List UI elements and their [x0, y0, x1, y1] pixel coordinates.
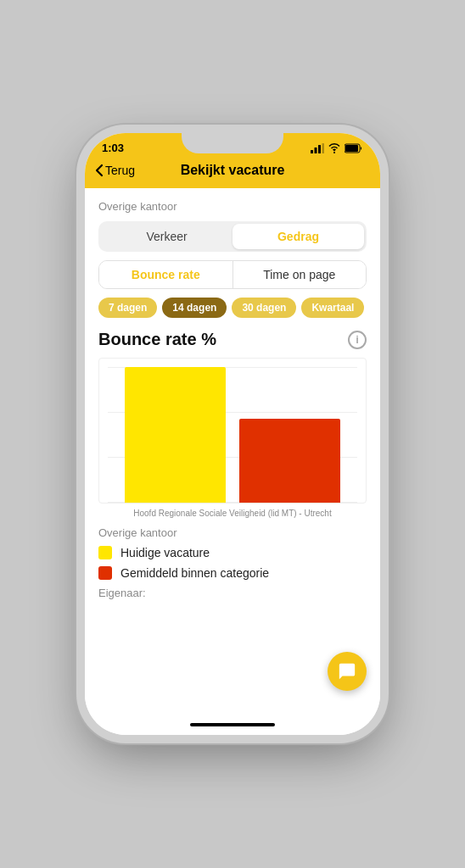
svg-rect-0 — [311, 150, 313, 153]
svg-rect-1 — [315, 147, 317, 153]
chart-title: Bounce rate % — [98, 330, 216, 349]
chart-grid — [108, 367, 357, 503]
legend-dot-yellow — [98, 546, 112, 559]
pill-14dagen[interactable]: 14 dagen — [162, 298, 227, 318]
signal-icon — [311, 143, 324, 153]
sub-tab-bounce-rate[interactable]: Bounce rate — [99, 261, 233, 288]
chart-title-row: Bounce rate % i — [98, 330, 367, 349]
sub-tab-time-on-page[interactable]: Time on page — [233, 261, 367, 288]
status-time: 1:03 — [102, 142, 124, 154]
svg-rect-3 — [322, 143, 325, 153]
legend-item-huidige: Huidige vacature — [98, 546, 367, 559]
section-label: Overige kantoor — [98, 200, 367, 213]
legend-section: Overige kantoor Huidige vacature Gemidde… — [98, 526, 367, 580]
svg-point-4 — [333, 152, 335, 153]
info-button[interactable]: i — [348, 331, 367, 349]
bottom-owner-label: Eigenaar: — [98, 587, 367, 599]
nav-bar: Terug Bekijkt vacature — [85, 158, 380, 188]
back-button[interactable]: Terug — [95, 164, 135, 177]
legend-label-huidige: Huidige vacature — [120, 546, 210, 559]
sub-tabs: Bounce rate Time on page — [98, 260, 367, 289]
bars-wrapper — [108, 367, 357, 503]
period-pills: 7 dagen 14 dagen 30 dagen Kwartaal — [98, 298, 367, 318]
chart-section: Bounce rate % i Hoofd Re — [98, 330, 367, 518]
pill-kwartaal[interactable]: Kwartaal — [301, 298, 364, 318]
wifi-icon — [328, 143, 341, 153]
svg-rect-2 — [318, 145, 321, 153]
svg-rect-6 — [345, 145, 358, 152]
legend-dot-red — [98, 566, 112, 580]
back-label: Terug — [105, 164, 135, 177]
chart-subtitle: Hoofd Regionale Sociale Veiligheid (lid … — [98, 509, 367, 518]
bar-red — [239, 419, 340, 503]
fab-chat-button[interactable] — [328, 652, 367, 691]
bar-yellow — [125, 367, 226, 503]
home-bar — [190, 723, 275, 726]
tab-gedrag[interactable]: Gedrag — [232, 224, 364, 249]
legend-item-gemiddeld: Gemiddeld binnen categorie — [98, 566, 367, 580]
legend-section-label: Overige kantoor — [98, 526, 367, 539]
chart-container — [98, 358, 367, 504]
chat-icon — [338, 662, 356, 681]
content-area: Overige kantoor Verkeer Gedrag Bounce ra… — [85, 188, 380, 716]
home-indicator — [85, 716, 380, 735]
pill-30dagen[interactable]: 30 dagen — [232, 298, 296, 318]
chevron-left-icon — [95, 164, 104, 177]
status-icons — [311, 143, 363, 153]
legend-label-gemiddeld: Gemiddeld binnen categorie — [120, 566, 269, 580]
nav-title: Bekijkt vacature — [181, 163, 285, 178]
main-tabs: Verkeer Gedrag — [98, 221, 367, 252]
pill-7dagen[interactable]: 7 dagen — [98, 298, 157, 318]
tab-verkeer[interactable]: Verkeer — [101, 224, 232, 249]
battery-icon — [345, 143, 363, 153]
